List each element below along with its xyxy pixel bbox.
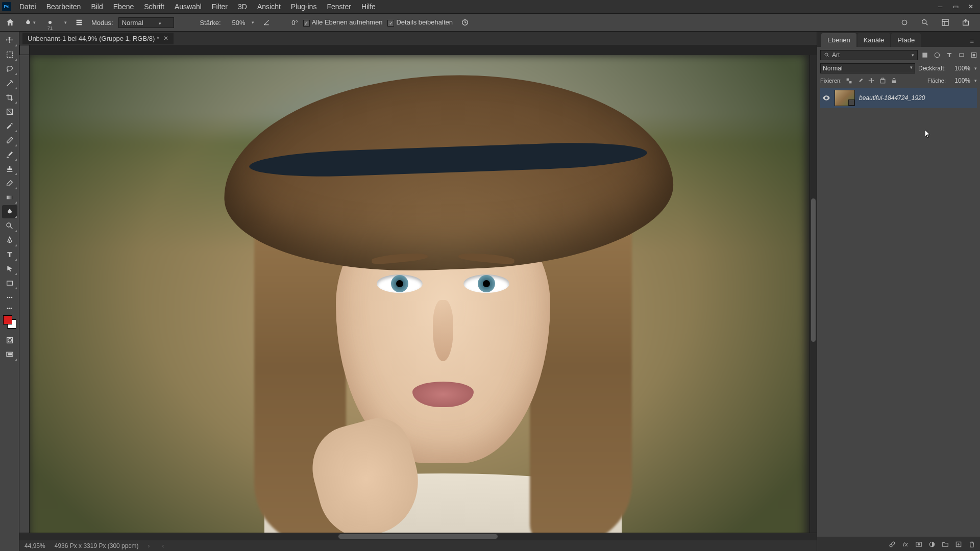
shape-tool[interactable] [2, 277, 17, 290]
menu-datei[interactable]: Datei [14, 3, 41, 11]
scrollbar-thumb[interactable] [811, 198, 816, 342]
quickmask-tool[interactable] [2, 334, 17, 347]
menu-plugins[interactable]: Plug-ins [286, 3, 322, 11]
status-caret-icon[interactable]: › [148, 542, 150, 549]
preserve-details-checkbox[interactable]: ✓Details beibehalten [387, 18, 453, 26]
tab-ebenen[interactable]: Ebenen [821, 33, 856, 47]
layer-fx-button[interactable]: fx [901, 540, 910, 548]
blend-mode-select[interactable]: Normal ▾ [118, 17, 175, 28]
chevron-down-icon[interactable]: ▾ [974, 78, 977, 83]
zoom-level[interactable]: 44,95% [24, 542, 45, 549]
edit-toolbar[interactable]: ••• [2, 305, 17, 311]
strength-input[interactable] [226, 19, 246, 27]
menu-hilfe[interactable]: Hilfe [356, 3, 381, 11]
canvas[interactable] [30, 55, 810, 533]
layer-blend-mode-select[interactable]: Normal▾ [820, 63, 915, 73]
home-button[interactable] [3, 15, 17, 30]
group-button[interactable] [941, 540, 949, 548]
filter-adjust-icon[interactable] [933, 51, 941, 59]
status-prev-icon[interactable]: ‹ [162, 542, 164, 549]
pressure-button[interactable] [458, 15, 472, 30]
search-button[interactable] [918, 15, 932, 30]
menu-bild[interactable]: Bild [86, 3, 108, 11]
menu-filter[interactable]: Filter [207, 3, 233, 11]
fill-input[interactable] [949, 77, 970, 84]
artboard-tool[interactable] [2, 48, 17, 61]
move-tool[interactable] [2, 34, 17, 47]
layer-name[interactable]: beautiful-1844724_1920 [859, 94, 925, 102]
document-tab[interactable]: Unbenannt-1 bei 44,9% (Gruppe 1, RGB/8) … [22, 33, 174, 44]
lock-transparent-icon[interactable] [845, 77, 853, 85]
healing-tool[interactable] [2, 134, 17, 147]
close-tab-icon[interactable]: ✕ [163, 35, 168, 42]
screenmode-tool[interactable] [2, 348, 17, 361]
maximize-button[interactable]: ▭ [948, 2, 963, 12]
cloud-docs-button[interactable] [897, 15, 912, 30]
lock-position-icon[interactable] [867, 77, 875, 85]
color-swatches[interactable] [3, 315, 16, 329]
stamp-tool[interactable] [2, 162, 17, 176]
delete-layer-button[interactable] [968, 540, 976, 548]
chevron-down-icon[interactable]: ▾ [974, 66, 977, 71]
adjustment-layer-button[interactable] [928, 540, 936, 548]
close-button[interactable]: ✕ [964, 2, 978, 12]
eraser-tool[interactable] [2, 177, 17, 190]
menu-bearbeiten[interactable]: Bearbeiten [41, 3, 86, 11]
pen-tool[interactable] [2, 234, 17, 247]
sample-all-layers-checkbox[interactable]: ✓Alle Ebenen aufnehmen [303, 18, 383, 26]
menu-ansicht[interactable]: Ansicht [252, 3, 286, 11]
opacity-input[interactable] [949, 65, 970, 72]
ruler-origin[interactable] [19, 45, 30, 55]
layer-item[interactable]: beautiful-1844724_1920 [820, 88, 977, 108]
panel-menu-button[interactable]: ≡ [968, 35, 976, 47]
frame-tool[interactable] [2, 105, 17, 118]
tab-kanaele[interactable]: Kanäle [857, 33, 890, 47]
menu-schrift[interactable]: Schrift [139, 3, 169, 11]
blur-tool[interactable] [2, 205, 17, 218]
wand-tool[interactable] [2, 77, 17, 90]
menu-ebene[interactable]: Ebene [108, 3, 139, 11]
tool-preset-button[interactable]: ▾ [22, 15, 37, 30]
lasso-tool[interactable] [2, 62, 17, 76]
type-tool[interactable] [2, 248, 17, 261]
angle-button[interactable] [259, 15, 274, 30]
angle-input[interactable] [279, 19, 298, 27]
vertical-scrollbar[interactable] [810, 55, 817, 533]
share-button[interactable] [959, 15, 973, 30]
layer-filter-select[interactable]: ▾ [820, 50, 918, 60]
dodge-tool[interactable] [2, 219, 17, 233]
document-info[interactable]: 4936 Px x 3319 Px (300 ppcm) [55, 542, 139, 549]
layer-thumbnail[interactable] [835, 90, 855, 106]
menu-auswahl[interactable]: Auswahl [169, 3, 207, 11]
path-select-tool[interactable] [2, 262, 17, 276]
foreground-color-swatch[interactable] [3, 315, 12, 324]
eyedropper-tool[interactable] [2, 119, 17, 133]
filter-shape-icon[interactable] [958, 51, 966, 59]
minimize-button[interactable]: ─ [933, 2, 947, 12]
scrollbar-thumb[interactable] [338, 534, 498, 539]
visibility-toggle[interactable] [822, 94, 830, 102]
lock-all-icon[interactable] [890, 77, 898, 85]
layer-filter-input[interactable] [832, 52, 909, 59]
layer-mask-button[interactable] [915, 540, 923, 548]
more-tools[interactable] [2, 291, 17, 304]
lock-pixels-icon[interactable] [856, 77, 864, 85]
brush-preset-picker[interactable]: 71 [42, 15, 58, 30]
brush-settings-button[interactable] [72, 15, 86, 30]
filter-pixel-icon[interactable] [921, 51, 929, 59]
workspace-button[interactable] [938, 15, 952, 30]
menu-3d[interactable]: 3D [233, 3, 252, 11]
link-layers-button[interactable] [888, 540, 896, 548]
filter-type-icon[interactable] [945, 51, 953, 59]
menu-fenster[interactable]: Fenster [322, 3, 356, 11]
horizontal-scrollbar[interactable] [19, 533, 817, 540]
new-layer-button[interactable] [954, 540, 963, 548]
filter-smart-icon[interactable] [970, 51, 978, 59]
tab-pfade[interactable]: Pfade [891, 33, 921, 47]
brush-tool[interactable] [2, 148, 17, 161]
vertical-ruler[interactable] [19, 55, 30, 533]
chevron-down-icon[interactable]: ▾ [64, 20, 67, 25]
crop-tool[interactable] [2, 91, 17, 104]
gradient-tool[interactable] [2, 191, 17, 204]
chevron-down-icon[interactable]: ▾ [252, 20, 254, 25]
